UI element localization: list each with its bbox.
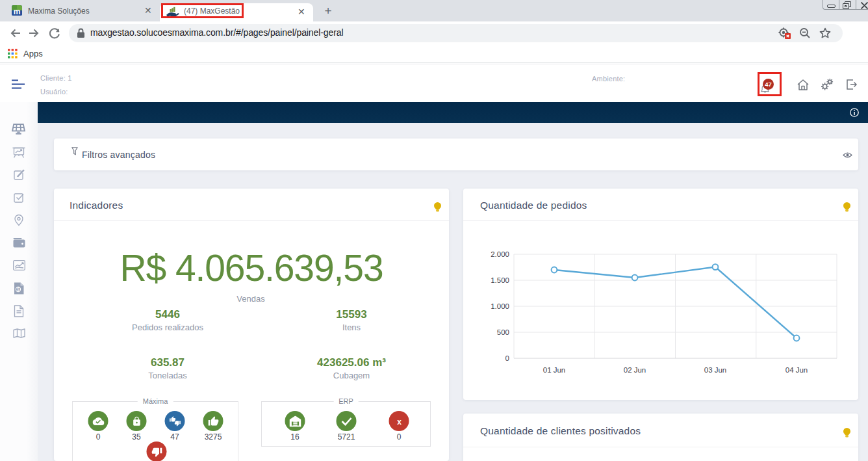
svg-text:500: 500	[497, 328, 509, 336]
svg-text:1.000: 1.000	[491, 302, 509, 310]
svg-text:1.500: 1.500	[491, 276, 509, 284]
svg-text:$: $	[17, 287, 19, 291]
svg-text:03 Jun: 03 Jun	[704, 366, 727, 374]
svg-text:01 Jun: 01 Jun	[543, 366, 566, 374]
svg-text:x: x	[397, 417, 402, 425]
svg-text:m: m	[14, 7, 21, 16]
svg-text:0: 0	[505, 354, 509, 362]
svg-text:02 Jun: 02 Jun	[624, 366, 646, 374]
svg-text:2.000: 2.000	[491, 250, 509, 258]
svg-text:04 Jun: 04 Jun	[785, 366, 808, 374]
